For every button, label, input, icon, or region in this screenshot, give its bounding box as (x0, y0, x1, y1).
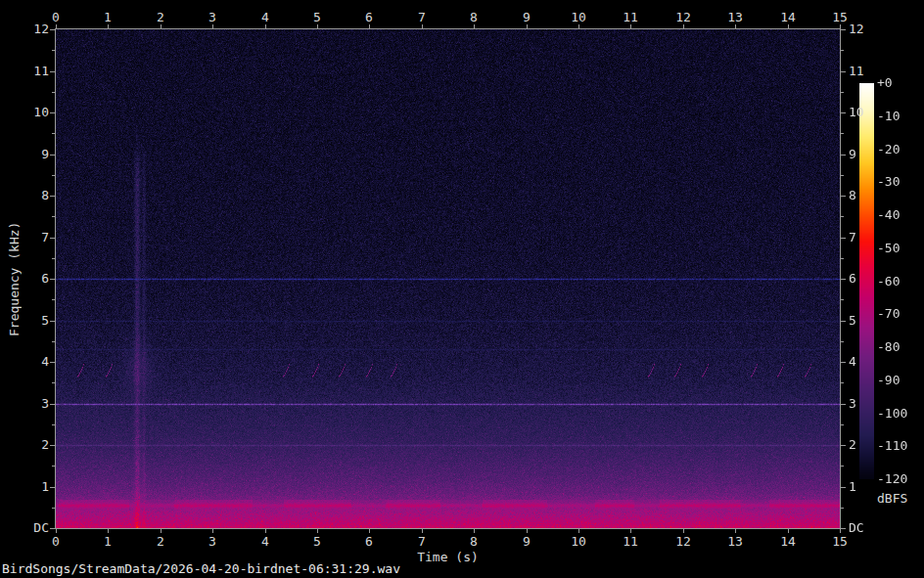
y-axis-tick-right (840, 528, 846, 529)
y-axis-minor-tick-right (840, 299, 844, 300)
y-axis-tick-label-left: 4 (16, 355, 49, 369)
y-axis-tick-label-right: 8 (849, 189, 856, 202)
y-axis-tick-left (50, 112, 56, 113)
y-axis-tick-label-right: 9 (849, 148, 856, 161)
x-axis-tick-top (161, 24, 162, 29)
y-axis-tick-left (50, 445, 56, 446)
y-axis-tick-label-right: 11 (849, 65, 864, 78)
y-axis-minor-tick-right (840, 175, 844, 176)
y-axis-tick-label-right: 1 (849, 480, 856, 494)
y-axis-tick-label-right: 10 (849, 106, 864, 119)
y-axis-tick-right (840, 279, 846, 280)
x-axis-tick-label-top: 14 (770, 11, 806, 24)
y-axis-tick-label-right: 6 (849, 272, 856, 286)
y-axis-minor-tick-left (52, 299, 56, 300)
y-axis-minor-tick-right (840, 382, 844, 383)
y-axis-tick-left (50, 71, 56, 72)
x-axis-tick-bottom (161, 528, 162, 533)
x-axis-tick-top (788, 24, 789, 29)
x-axis-tick-label-bottom: 2 (143, 535, 178, 549)
y-axis-minor-tick-left (52, 175, 56, 176)
y-axis-tick-label-left: 9 (16, 148, 49, 161)
x-axis-tick-label-top: 7 (404, 11, 439, 24)
x-axis-tick-bottom (108, 528, 109, 533)
y-axis-tick-right (840, 445, 846, 446)
spectrogram-heatmap (56, 29, 840, 528)
y-axis-tick-label-right: 4 (849, 355, 856, 369)
y-axis-tick-left (50, 528, 56, 529)
x-axis-tick-label-bottom: 15 (822, 535, 857, 549)
x-axis-tick-bottom (683, 528, 684, 533)
x-axis-tick-top (108, 24, 109, 29)
x-axis-tick-label-top: 2 (143, 11, 178, 24)
x-axis-tick-label-bottom: 4 (248, 535, 283, 549)
x-axis-tick-label-bottom: 9 (509, 535, 544, 549)
colorbar-gradient (859, 83, 874, 479)
x-axis-tick-bottom (317, 528, 318, 533)
x-axis-tick-label-bottom: 8 (456, 535, 491, 549)
colorbar-tick-label: -20 (877, 143, 900, 156)
colorbar-tick-label: -70 (877, 307, 900, 321)
x-axis-tick-label-top: 4 (248, 11, 283, 24)
y-axis-tick-left (50, 29, 56, 30)
y-axis-minor-tick-right (840, 341, 844, 342)
x-axis-tick-label-top: 12 (666, 11, 701, 24)
colorbar-tick-label: -30 (877, 175, 900, 189)
y-axis-tick-left (50, 279, 56, 280)
x-axis-tick-top (683, 24, 684, 29)
y-axis-minor-tick-right (840, 216, 844, 217)
x-axis-tick-bottom (422, 528, 423, 533)
y-axis-tick-label-left: 8 (16, 189, 49, 202)
colorbar-tick-label: -60 (877, 275, 900, 289)
y-axis-tick-right (840, 71, 846, 72)
colorbar-tick-label: -50 (877, 242, 900, 255)
y-axis-tick-left (50, 155, 56, 156)
y-axis-minor-tick-right (840, 92, 844, 93)
x-axis-tick-bottom (527, 528, 528, 533)
y-axis-tick-left (50, 362, 56, 363)
y-axis-tick-right (840, 321, 846, 322)
y-axis-tick-label-left: 3 (16, 397, 49, 411)
y-axis-minor-tick-left (52, 258, 56, 259)
x-axis-tick-bottom (369, 528, 370, 533)
y-axis-tick-right (840, 112, 846, 113)
x-axis-tick-bottom (578, 528, 579, 533)
y-axis-tick-label-left: DC (16, 521, 49, 535)
y-axis-minor-tick-right (840, 508, 844, 509)
y-axis-tick-label-right: 7 (849, 231, 856, 245)
y-axis-tick-label-left: 5 (16, 314, 49, 328)
x-axis-tick-bottom (735, 528, 736, 533)
x-axis-tick-label-bottom: 12 (666, 535, 701, 549)
y-axis-tick-right (840, 238, 846, 239)
x-axis-tick-bottom (788, 528, 789, 533)
y-axis-tick-label-right: 2 (849, 438, 856, 452)
x-axis-tick-label-top: 3 (195, 11, 230, 24)
colorbar-unit-label: dBFS (877, 492, 907, 506)
y-axis-tick-left (50, 487, 56, 488)
y-axis-minor-tick-left (52, 50, 56, 51)
x-axis-tick-top (317, 24, 318, 29)
y-axis-minor-tick-left (52, 341, 56, 342)
x-axis-tick-top (56, 24, 57, 29)
y-axis-tick-label-left: 1 (16, 480, 49, 494)
x-axis-tick-bottom (212, 528, 213, 533)
y-axis-tick-left (50, 196, 56, 197)
x-axis-tick-label-top: 6 (351, 11, 387, 24)
x-axis-tick-top (578, 24, 579, 29)
y-axis-tick-right (840, 196, 846, 197)
x-axis-tick-label-top: 11 (613, 11, 648, 24)
y-axis-tick-left (50, 404, 56, 405)
y-axis-minor-tick-right (840, 50, 844, 51)
x-axis-tick-label-bottom: 11 (613, 535, 648, 549)
x-axis-tick-label-bottom: 0 (38, 535, 73, 549)
y-axis-minor-tick-left (52, 508, 56, 509)
x-axis-tick-bottom (474, 528, 475, 533)
y-axis-tick-left (50, 238, 56, 239)
y-axis-tick-right (840, 29, 846, 30)
x-axis-tick-label-bottom: 6 (351, 535, 387, 549)
spectrogram-figure: Frequency (kHz) Time (s) dBFS 0011223344… (0, 0, 924, 578)
x-axis-tick-bottom (265, 528, 266, 533)
colorbar-tick-label: -100 (877, 407, 907, 421)
colorbar-tick-label: +0 (877, 76, 893, 90)
x-axis-tick-top (422, 24, 423, 29)
